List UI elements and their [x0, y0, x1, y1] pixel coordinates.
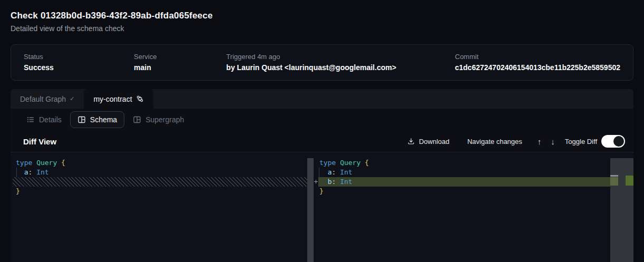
- download-button[interactable]: Download: [403, 134, 454, 149]
- check-summary-card: Status Success Service main Triggered 4m…: [11, 44, 633, 81]
- check-content: Details Schema Supergraph: [11, 109, 633, 262]
- tab-details[interactable]: Details: [23, 112, 65, 128]
- diff-view-title: Diff View: [23, 137, 56, 146]
- triggered-label: Triggered 4m ago: [226, 53, 455, 61]
- summary-commit: Commit c1dc62724702406154013cbe11b225b2e…: [455, 53, 620, 72]
- commit-label: Commit: [455, 53, 620, 61]
- toggle-diff-switch[interactable]: [601, 135, 625, 148]
- commit-value: c1dc62724702406154013cbe11b225b2e5859502: [455, 63, 620, 72]
- list-icon: [26, 115, 35, 124]
- navigate-changes-label: Navigate changes: [467, 138, 522, 145]
- navigate-changes-button[interactable]: Navigate changes: [463, 134, 526, 149]
- tab-schema-label: Schema: [90, 115, 117, 124]
- triggered-value: by Laurin Quast <laurinquast@googlemail.…: [226, 63, 455, 72]
- summary-service: Service main: [134, 53, 226, 72]
- diff-pane-modified: type Query { a: Int b: Int}: [318, 158, 610, 196]
- status-label: Status: [24, 53, 134, 61]
- minimap-added-overlay: [610, 177, 618, 186]
- panels-icon: [77, 115, 86, 124]
- download-icon: [407, 138, 415, 145]
- previous-change-button[interactable]: ↑: [533, 135, 547, 148]
- panels-icon: [133, 115, 141, 124]
- status-value: Success: [24, 63, 134, 72]
- service-value: main: [134, 63, 226, 72]
- service-label: Service: [134, 53, 226, 61]
- page-header: Check 01328b0d-b396-43f2-89ab-dfda065fee…: [0, 0, 644, 33]
- tab-default-graph[interactable]: Default Graph ✓: [11, 89, 84, 109]
- git-compare-icon: [136, 95, 144, 103]
- diff-actions: Download Navigate changes ↑ ↓ Toggle Dif…: [403, 134, 625, 149]
- view-tab-bar: Details Schema Supergraph: [11, 109, 633, 131]
- graph-tab-strip: Default Graph ✓ my-contract: [11, 89, 633, 109]
- summary-triggered: Triggered 4m ago by Laurin Quast <laurin…: [226, 53, 455, 72]
- tab-my-contract[interactable]: my-contract: [84, 89, 153, 109]
- minimap-scrollbar[interactable]: [610, 158, 633, 262]
- arrow-up-icon: ↑: [538, 137, 542, 146]
- left-pane-scrollbar[interactable]: [307, 158, 314, 262]
- indent-guide: [319, 168, 319, 187]
- minimap-content-tick: [610, 175, 618, 177]
- toggle-diff-label: Toggle Diff: [565, 138, 597, 145]
- inserted-line-sign: +: [313, 177, 319, 187]
- schema-diff-editor[interactable]: type Query { a: Int} type Query { a: Int…: [11, 152, 633, 262]
- minimap-added-marker: [626, 176, 633, 186]
- default-graph-label: Default Graph: [20, 95, 66, 103]
- tab-supergraph-label: Supergraph: [145, 115, 184, 124]
- next-change-button[interactable]: ↓: [546, 135, 560, 148]
- arrow-down-icon: ↓: [551, 137, 555, 146]
- page-subtitle: Detailed view of the schema check: [11, 24, 633, 33]
- tab-details-label: Details: [39, 115, 62, 124]
- tab-schema[interactable]: Schema: [70, 111, 124, 128]
- download-label: Download: [419, 138, 450, 145]
- diff-toolbar: Diff View Download Navigate changes ↑ ↓: [11, 131, 633, 152]
- indent-guide: [16, 168, 17, 177]
- page-title: Check 01328b0d-b396-43f2-89ab-dfda065fee…: [11, 11, 633, 21]
- summary-status: Status Success: [24, 53, 134, 72]
- tab-supergraph[interactable]: Supergraph: [130, 112, 187, 128]
- toggle-knob: [613, 136, 624, 147]
- check-icon: ✓: [70, 95, 74, 102]
- my-contract-label: my-contract: [93, 95, 132, 103]
- diff-pane-original: type Query { a: Int}: [11, 158, 307, 196]
